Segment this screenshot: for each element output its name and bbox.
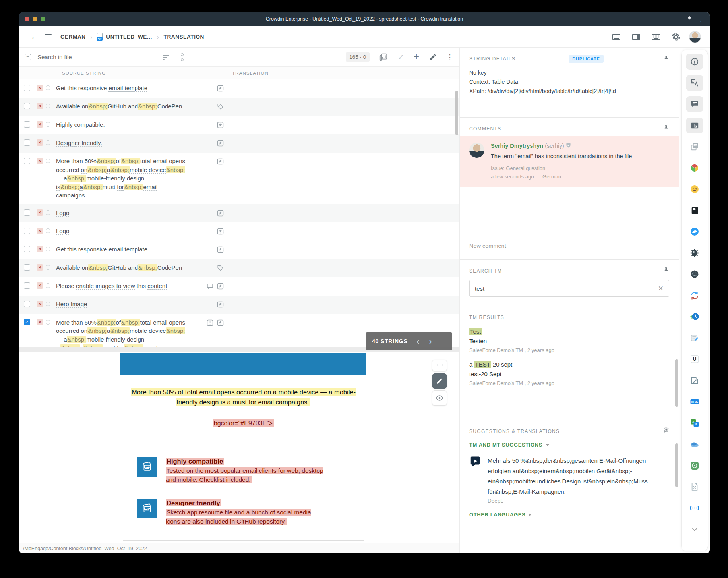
string-row[interactable]: ✕Logo	[19, 222, 459, 241]
row-checkbox[interactable]	[24, 301, 30, 307]
preview-edit-mode-icon[interactable]	[432, 373, 447, 389]
sad-page-plugin-icon[interactable]	[686, 479, 703, 495]
string-row[interactable]: ✕Available on&nbsp;GitHub and&nbsp;CodeP…	[19, 98, 459, 116]
string-row[interactable]: ✕Get this responsive email template	[19, 79, 459, 98]
comment-item[interactable]: Serhiy Dmytryshyn (serhiy) The term "ema…	[460, 136, 679, 187]
source-string-text[interactable]: More than 50%&nbsp;of&nbsp;total email o…	[56, 157, 187, 200]
source-string-text[interactable]: More than 50%&nbsp;of&nbsp;total email o…	[56, 318, 187, 347]
maximize-window-button[interactable]	[41, 17, 45, 21]
source-string-text[interactable]: Please enable images to view this conten…	[56, 282, 187, 290]
strings-list-scrollbar[interactable]	[455, 91, 458, 135]
row-checkbox[interactable]: ✓	[24, 319, 30, 325]
row-checkbox[interactable]	[24, 85, 30, 91]
row-checkbox[interactable]	[24, 209, 30, 216]
browser-menu-icon[interactable]: ⋮	[698, 15, 704, 23]
edit-pencil-icon[interactable]	[429, 53, 437, 61]
string-details-panel-icon[interactable]	[686, 118, 703, 133]
black-book-plugin-icon[interactable]	[686, 203, 703, 218]
star-row-icon[interactable]	[217, 158, 224, 166]
comments-panel-icon[interactable]	[686, 96, 703, 112]
suggestions-scrollbar[interactable]	[675, 443, 678, 487]
collapse-chevron-icon[interactable]	[686, 521, 703, 537]
cube-plugin-icon[interactable]	[686, 160, 703, 176]
new-comment-input[interactable]: New comment	[460, 236, 679, 255]
dark-gear-plugin-icon[interactable]	[686, 245, 703, 261]
notes-plugin-icon[interactable]	[686, 330, 703, 346]
row-checkbox[interactable]	[24, 121, 30, 128]
smiley-plugin-icon[interactable]	[686, 181, 703, 197]
star-row-icon[interactable]	[217, 210, 224, 218]
sync-arrows-plugin-icon[interactable]	[686, 288, 703, 303]
unpin-icon[interactable]	[663, 427, 669, 435]
tm-scrollbar[interactable]	[675, 359, 678, 407]
html-file-plugin-icon[interactable]: HTML	[686, 394, 703, 410]
collapse-all-icon[interactable]: −	[25, 54, 31, 60]
pager-next-icon[interactable]: ›	[428, 337, 432, 345]
row-checkbox[interactable]	[24, 246, 30, 252]
layout-side-icon[interactable]	[629, 30, 643, 44]
string-row[interactable]: ✕More than 50%&nbsp;of&nbsp;total email …	[19, 153, 459, 204]
row-checkbox[interactable]	[24, 139, 30, 146]
tm-result-item[interactable]: TestTestenSalesForce Demo's TM , 2 years…	[460, 322, 679, 355]
source-string-text[interactable]: Hero Image	[56, 300, 187, 309]
translate-card-plugin-icon[interactable]: Aa	[686, 415, 703, 431]
source-string-text[interactable]: Available on&nbsp;GitHub and&nbsp;CodePe…	[56, 102, 187, 111]
comment-author-name[interactable]: Serhiy Dmytryshyn	[491, 143, 543, 149]
preview-headline[interactable]: More than 50% of total email opens occur…	[131, 388, 356, 406]
mt-suggestion-item[interactable]: Mehr als 50 %&nbsp;der&nbsp;gesamten E-M…	[460, 448, 679, 504]
tag-row-icon[interactable]	[217, 103, 224, 112]
string-row[interactable]: ✕Logo	[19, 204, 459, 222]
section-splitter[interactable]	[460, 113, 679, 118]
source-string-text[interactable]: Get this responsive email template	[56, 84, 187, 93]
letter-u-plugin-icon[interactable]: U	[686, 351, 703, 367]
machine-translation-icon[interactable]	[686, 75, 703, 91]
source-string-text[interactable]: Available on&nbsp;GitHub and&nbsp;CodePe…	[56, 263, 187, 272]
string-row[interactable]: ✕Designer friendly.	[19, 134, 459, 153]
star-row-icon[interactable]	[217, 283, 224, 291]
section-splitter[interactable]	[460, 416, 679, 420]
row-checkbox[interactable]	[24, 228, 30, 234]
tm-result-item[interactable]: a TEST 20 septtest-20 SeptSalesForce Dem…	[460, 355, 679, 388]
pin-icon[interactable]	[663, 125, 669, 132]
layout-bottom-icon[interactable]	[610, 30, 623, 44]
tm-mt-suggestions-label[interactable]: TM AND MT SUGGESTIONS	[469, 442, 542, 448]
preview-view-mode-icon[interactable]	[432, 390, 447, 406]
star-row-icon[interactable]	[217, 85, 224, 93]
back-arrow-icon[interactable]: ←	[28, 30, 41, 44]
star-img-row-icon[interactable]	[217, 228, 224, 236]
dark-badge-plugin-icon[interactable]	[686, 266, 703, 282]
string-row[interactable]: ✕Available on&nbsp;GitHub and&nbsp;CodeP…	[19, 259, 459, 277]
tm-search-input[interactable]	[475, 285, 658, 292]
pager-prev-icon[interactable]: ‹	[416, 337, 420, 345]
clear-search-icon[interactable]: ✕	[658, 284, 664, 293]
string-row[interactable]: ✕Get this responsive email template	[19, 241, 459, 259]
tag-row-icon[interactable]	[217, 265, 224, 273]
user-avatar[interactable]	[689, 31, 701, 43]
source-string-text[interactable]: Logo	[56, 209, 187, 217]
filter-icon[interactable]	[163, 55, 169, 60]
breadcrumb-file[interactable]: </> UNTITLED_WE...	[97, 33, 152, 41]
pin-icon[interactable]	[663, 267, 669, 275]
glossary-copy-icon[interactable]	[686, 139, 703, 155]
source-string-text[interactable]: Get this responsive email template	[56, 245, 187, 254]
section-splitter[interactable]	[460, 255, 679, 260]
source-string-text[interactable]: Designer friendly.	[56, 139, 187, 147]
settings-gear-icon[interactable]	[669, 30, 683, 44]
duplicate-strings-icon[interactable]	[379, 53, 388, 62]
preview-feature-body[interactable]: Tested on the most popular email clients…	[166, 467, 323, 483]
row-checkbox[interactable]	[24, 158, 30, 164]
search-in-file-input[interactable]	[37, 54, 133, 60]
preview-drag-handle-icon[interactable]	[432, 360, 447, 371]
keyboard-shortcuts-icon[interactable]	[649, 30, 663, 44]
more-options-icon[interactable]: ⋮	[446, 53, 453, 62]
preview-feature-body[interactable]: Sketch app resource file and a bunch of …	[166, 509, 311, 525]
preview-code-snippet[interactable]: bgcolor="#E9703E">	[213, 419, 274, 427]
comment-row-icon[interactable]	[207, 283, 213, 291]
row-checkbox[interactable]	[24, 282, 30, 289]
star-img-row-icon[interactable]	[217, 246, 224, 255]
breadcrumb-section[interactable]: TRANSLATION	[164, 34, 204, 40]
sort-options-icon[interactable]	[181, 53, 183, 62]
other-languages-label[interactable]: OTHER LANGUAGES	[469, 512, 525, 518]
browser-bar-plugin-icon[interactable]	[686, 500, 703, 516]
string-row[interactable]: ✕Hero Image	[19, 296, 459, 314]
